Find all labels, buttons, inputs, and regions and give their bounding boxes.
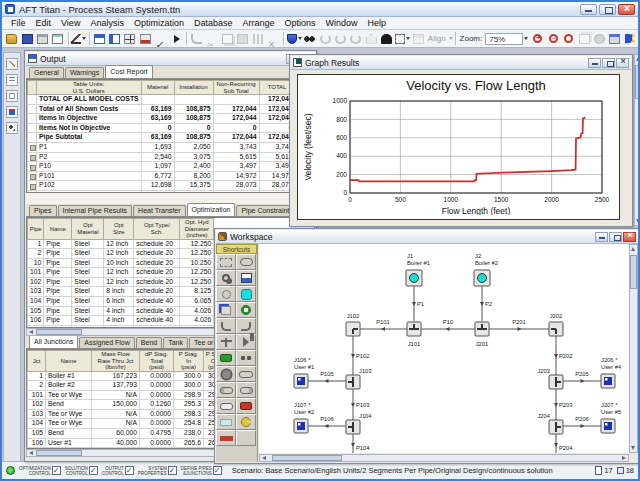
tab-assigned-flow[interactable]: Assigned Flow bbox=[79, 337, 135, 348]
tab-tank[interactable]: Tank bbox=[163, 337, 188, 348]
zoom-select-icon[interactable] bbox=[562, 32, 576, 46]
junction-J1[interactable]: J1Boiler #1 bbox=[406, 253, 430, 286]
table-row[interactable]: 103Tee or WyeN/A0.0000298.3298.3 bbox=[28, 409, 228, 419]
find-icon[interactable] bbox=[303, 32, 317, 46]
junction-J104[interactable]: J104 bbox=[346, 413, 372, 434]
user-demand-tool[interactable] bbox=[216, 350, 236, 366]
menu-optimization[interactable]: Optimization bbox=[129, 18, 189, 28]
zoom-value[interactable]: 75% bbox=[485, 33, 523, 45]
output-control-checkbox[interactable]: ✓ bbox=[125, 466, 134, 475]
workspace-minimize-button[interactable] bbox=[595, 232, 608, 242]
table-row[interactable]: Total of All Shown Costs63,169108,875172… bbox=[28, 104, 296, 114]
pump-tool[interactable] bbox=[216, 366, 236, 382]
table-row[interactable]: 106User #140,0000.0000265.6265.6 bbox=[28, 438, 228, 448]
expander-tool[interactable] bbox=[236, 382, 256, 398]
assigned-flow-tool[interactable] bbox=[216, 302, 236, 318]
tee-wye-tool[interactable] bbox=[216, 334, 236, 350]
system-properties-checkbox[interactable]: ✓ bbox=[168, 466, 177, 475]
annotation-tool[interactable] bbox=[236, 270, 256, 286]
graph-results-shortcut-icon[interactable] bbox=[6, 106, 18, 118]
table-row[interactable]: P101,0972,4003,4973,497 bbox=[28, 162, 296, 172]
workspace-vscrollbar[interactable] bbox=[629, 244, 638, 453]
table-row[interactable]: P10212,69815,37528,07328,073 bbox=[28, 181, 296, 191]
tab-warnings[interactable]: Warnings bbox=[65, 67, 104, 78]
menu-arrange[interactable]: Arrange bbox=[237, 18, 279, 28]
run-model-icon[interactable] bbox=[169, 32, 183, 46]
table-row[interactable]: TOTAL OF ALL MODEL COSTS172,044 bbox=[28, 95, 296, 105]
menu-database[interactable]: Database bbox=[189, 18, 238, 28]
open-icon[interactable] bbox=[5, 32, 19, 46]
relief-valve-tool[interactable] bbox=[236, 414, 256, 430]
union-tool[interactable] bbox=[216, 398, 236, 414]
graph-vscrollbar[interactable] bbox=[634, 54, 640, 226]
visual-report-shortcut-icon[interactable] bbox=[6, 122, 18, 134]
table-row[interactable]: 101PipeSteel12 inchschedule 2012.250 bbox=[28, 268, 214, 278]
title-bar[interactable]: AFT Titan - Process Steam System.ttn bbox=[2, 2, 638, 17]
reservoir-tool[interactable] bbox=[236, 366, 256, 382]
tab-bend[interactable]: Bend bbox=[136, 337, 162, 348]
menu-window[interactable]: Window bbox=[321, 18, 363, 28]
pipe-tool[interactable] bbox=[236, 254, 256, 270]
junction-J101[interactable]: J101 bbox=[407, 322, 421, 347]
check-model-icon[interactable] bbox=[154, 32, 168, 46]
branch-elbow-tool[interactable] bbox=[236, 318, 256, 334]
print-icon[interactable] bbox=[35, 32, 49, 46]
table-row[interactable]: 102Bend150,0000.1260295.3295.2 bbox=[28, 400, 228, 410]
table-row[interactable]: 2Boiler #2137,7930.0000300.0300.0 bbox=[28, 381, 228, 391]
zoom-in-icon[interactable] bbox=[531, 32, 545, 46]
print-workspace-icon[interactable] bbox=[608, 32, 622, 46]
model-data-shortcut-icon[interactable] bbox=[6, 74, 18, 86]
junction-J107[interactable]: J107 *User #2 bbox=[294, 402, 314, 433]
workspace-close-button[interactable] bbox=[623, 232, 636, 242]
sprinkler-tool[interactable] bbox=[216, 286, 236, 302]
table-row[interactable]: 101Tee or WyeN/A0.0000298.9298.9 bbox=[28, 390, 228, 400]
build-model-icon[interactable] bbox=[71, 32, 86, 46]
graph-minimize-button[interactable] bbox=[588, 58, 601, 68]
elbow-tool[interactable] bbox=[216, 318, 236, 334]
table-row[interactable]: 106PipeSteel4 inchschedule 404.026 bbox=[28, 316, 214, 326]
table-row[interactable]: P22,5403,0755,6155,615 bbox=[28, 152, 296, 162]
tab-internal-pipe-results[interactable]: Internal Pipe Results bbox=[58, 205, 133, 216]
workspace-hscrollbar[interactable] bbox=[259, 454, 629, 462]
close-button[interactable] bbox=[618, 4, 635, 15]
junction-J202[interactable]: J202 bbox=[549, 313, 563, 336]
menu-view[interactable]: View bbox=[56, 18, 85, 28]
table-row[interactable]: 1Boiler #1167,2230.0000300.0300.0 bbox=[28, 371, 228, 381]
junction-J203[interactable]: J203 bbox=[537, 368, 563, 389]
model-data-icon[interactable] bbox=[107, 32, 121, 46]
highlight-icon[interactable] bbox=[380, 32, 394, 46]
visual-report-icon[interactable] bbox=[138, 32, 152, 46]
table-row[interactable]: 105Bend60,0000.4795238.0237.5 bbox=[28, 429, 228, 439]
table-row[interactable]: P11,6932,0503,7433,743 bbox=[28, 142, 296, 152]
table-row[interactable]: Items In Objective63,169108,875172,04417… bbox=[28, 114, 296, 124]
tab-heat-transfer[interactable]: Heat Transfer bbox=[133, 205, 185, 216]
menu-file[interactable]: File bbox=[6, 18, 31, 28]
junction-J102[interactable]: J102 bbox=[346, 313, 360, 336]
menu-edit[interactable]: Edit bbox=[31, 18, 57, 28]
junction-J204[interactable]: J204 bbox=[537, 413, 563, 434]
table-row[interactable]: 102PipeSteel12 inchschedule 2012.250 bbox=[28, 277, 214, 287]
select-special-icon[interactable] bbox=[395, 32, 410, 46]
table-row[interactable]: 10PipeSteel10 inchschedule 2010.250 bbox=[28, 258, 214, 268]
output-title-bar[interactable]: Output bbox=[26, 52, 315, 66]
solution-control-checkbox[interactable]: ✓ bbox=[89, 466, 98, 475]
spectacles-tool[interactable] bbox=[236, 350, 256, 366]
zoom-select-tool[interactable] bbox=[216, 270, 236, 286]
tank-tool[interactable] bbox=[236, 286, 256, 302]
graph-close-button[interactable] bbox=[616, 58, 629, 68]
check-valve-tool[interactable] bbox=[236, 398, 256, 414]
scenario-flag-icon[interactable] bbox=[623, 32, 637, 46]
optimization-control-checkbox[interactable]: ✓ bbox=[52, 466, 61, 475]
table-row[interactable]: 103PipeSteel8 inchschedule 208.125 bbox=[28, 287, 214, 297]
table-row[interactable]: P1038,98519,87528,86028,860 bbox=[28, 190, 296, 193]
workspace-restore-button[interactable] bbox=[609, 232, 622, 242]
junction-J103[interactable]: J103 bbox=[346, 368, 372, 389]
zoom-caret-icon[interactable] bbox=[524, 37, 528, 40]
junction-J206[interactable]: J206 *User #4 bbox=[601, 357, 622, 388]
tab-optimization[interactable]: Optimization bbox=[187, 203, 236, 216]
junction-J201[interactable]: J201 bbox=[475, 322, 489, 347]
table-row[interactable]: Items Not In Objective0000 bbox=[28, 123, 296, 133]
table-row[interactable]: 104PipeSteel6 inchschedule 406.065 bbox=[28, 297, 214, 307]
table-row[interactable]: 2PipeSteel12 inchschedule 2012.250 bbox=[28, 249, 214, 259]
junction-J207[interactable]: J207 *User #5 bbox=[601, 402, 621, 433]
